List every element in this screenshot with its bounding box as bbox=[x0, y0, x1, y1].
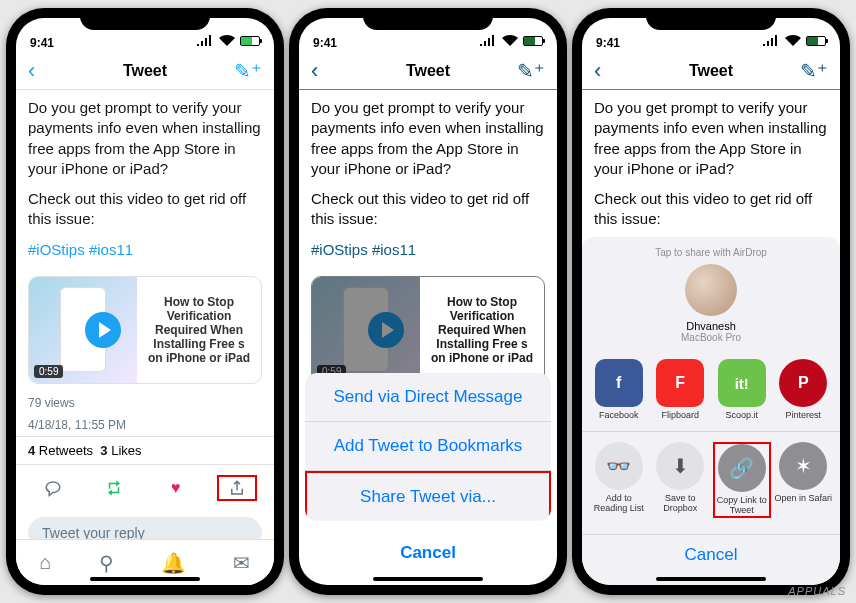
action-sheet: Send via Direct Message Add Tweet to Boo… bbox=[305, 373, 551, 577]
home-indicator[interactable] bbox=[373, 577, 483, 581]
airdrop-name: Dhvanesh bbox=[594, 320, 828, 332]
share-app-scoopit[interactable]: it! Scoop.it bbox=[713, 359, 771, 421]
battery-icon bbox=[240, 36, 260, 46]
timestamp: 4/18/18, 11:55 PM bbox=[16, 414, 274, 436]
wifi-icon bbox=[218, 32, 236, 50]
compose-button[interactable]: ✎⁺ bbox=[234, 59, 262, 83]
views-count: 79 views bbox=[16, 392, 274, 414]
home-indicator[interactable] bbox=[656, 577, 766, 581]
notch bbox=[363, 8, 493, 30]
video-duration: 0:59 bbox=[34, 365, 63, 378]
nav-header: ‹ Tweet ✎⁺ bbox=[16, 52, 274, 90]
airdrop-device: MacBook Pro bbox=[594, 332, 828, 343]
video-title: How to Stop Verification Required When I… bbox=[137, 277, 261, 383]
compose-button[interactable]: ✎⁺ bbox=[517, 59, 545, 83]
video-title: How to Stop Verification Required When I… bbox=[420, 277, 544, 383]
status-icons bbox=[196, 32, 260, 50]
hashtag-link[interactable]: #ios11 bbox=[89, 241, 133, 258]
tweet-actions: ♥ bbox=[16, 465, 274, 511]
tweet-text-1: Do you get prompt to verify your payment… bbox=[311, 98, 545, 179]
like-count: 3 bbox=[100, 443, 107, 458]
play-icon[interactable] bbox=[85, 312, 121, 348]
hashtag-link[interactable]: #ios11 bbox=[372, 241, 416, 258]
status-time: 9:41 bbox=[313, 36, 337, 50]
share-apps-row: f Facebook F Flipboard it! Scoop.it P Pi… bbox=[582, 349, 840, 432]
share-icon[interactable] bbox=[217, 475, 257, 501]
facebook-icon: f bbox=[595, 359, 643, 407]
airdrop-section: Tap to share with AirDrop Dhvanesh MacBo… bbox=[582, 237, 840, 349]
hashtag-link[interactable]: #iOStips bbox=[311, 241, 368, 258]
tweet-body: Do you get prompt to verify your payment… bbox=[299, 90, 557, 268]
tweet-text-1: Do you get prompt to verify your payment… bbox=[28, 98, 262, 179]
copy-link-icon: 🔗 bbox=[718, 444, 766, 492]
retweet-count: 4 bbox=[28, 443, 35, 458]
tweet-stats: 4 Retweets 3 Likes bbox=[16, 436, 274, 465]
notch bbox=[646, 8, 776, 30]
back-button[interactable]: ‹ bbox=[594, 58, 601, 84]
reply-icon[interactable] bbox=[33, 475, 73, 501]
back-button[interactable]: ‹ bbox=[311, 58, 318, 84]
phone-1: 9:41 ‹ Tweet ✎⁺ Do you get prompt to ver… bbox=[6, 8, 284, 595]
status-time: 9:41 bbox=[30, 36, 54, 50]
like-label: Likes bbox=[111, 443, 141, 458]
add-reading-list-button[interactable]: 👓 Add to Reading List bbox=[590, 442, 648, 518]
share-app-pinterest[interactable]: P Pinterest bbox=[774, 359, 832, 421]
pinterest-icon: P bbox=[779, 359, 827, 407]
page-title: Tweet bbox=[406, 62, 450, 80]
hashtag-link[interactable]: #iOStips bbox=[28, 241, 85, 258]
video-thumbnail: 0:59 bbox=[29, 277, 137, 383]
notifications-tab[interactable]: 🔔 bbox=[161, 551, 186, 575]
screen: 9:41 ‹ Tweet ✎⁺ Do you get prompt to ver… bbox=[299, 18, 557, 585]
retweet-label: Retweets bbox=[39, 443, 93, 458]
compose-button[interactable]: ✎⁺ bbox=[800, 59, 828, 83]
battery-icon bbox=[806, 36, 826, 46]
reading-list-icon: 👓 bbox=[595, 442, 643, 490]
status-icons bbox=[762, 32, 826, 50]
signal-icon bbox=[762, 32, 780, 50]
status-icons bbox=[479, 32, 543, 50]
battery-icon bbox=[523, 36, 543, 46]
phone-2: 9:41 ‹ Tweet ✎⁺ Do you get prompt to ver… bbox=[289, 8, 567, 595]
wifi-icon bbox=[501, 32, 519, 50]
screen: 9:41 ‹ Tweet ✎⁺ Do you get prompt to ver… bbox=[582, 18, 840, 585]
phone-3: 9:41 ‹ Tweet ✎⁺ Do you get prompt to ver… bbox=[572, 8, 850, 595]
tweet-body: Do you get prompt to verify your payment… bbox=[16, 90, 274, 268]
cancel-button[interactable]: Cancel bbox=[305, 529, 551, 577]
back-button[interactable]: ‹ bbox=[28, 58, 35, 84]
home-tab[interactable]: ⌂ bbox=[40, 551, 52, 574]
tweet-text-2: Check out this video to get rid off this… bbox=[311, 189, 545, 230]
open-safari-button[interactable]: ✶ Open in Safari bbox=[774, 442, 832, 518]
tweet-text-2: Check out this video to get rid off this… bbox=[594, 189, 828, 230]
send-dm-button[interactable]: Send via Direct Message bbox=[305, 373, 551, 422]
share-app-flipboard[interactable]: F Flipboard bbox=[651, 359, 709, 421]
share-actions-row: 👓 Add to Reading List ⬇ Save to Dropbox … bbox=[582, 432, 840, 528]
play-icon[interactable] bbox=[368, 312, 404, 348]
flipboard-icon: F bbox=[656, 359, 704, 407]
messages-tab[interactable]: ✉ bbox=[233, 551, 250, 575]
safari-icon: ✶ bbox=[779, 442, 827, 490]
page-title: Tweet bbox=[689, 62, 733, 80]
nav-header: ‹ Tweet ✎⁺ bbox=[582, 52, 840, 90]
cancel-button[interactable]: Cancel bbox=[582, 534, 840, 565]
tweet-text-1: Do you get prompt to verify your payment… bbox=[594, 98, 828, 179]
airdrop-avatar[interactable] bbox=[685, 264, 737, 316]
save-dropbox-button[interactable]: ⬇ Save to Dropbox bbox=[651, 442, 709, 518]
search-tab[interactable]: ⚲ bbox=[99, 551, 114, 575]
retweet-icon[interactable] bbox=[94, 475, 134, 501]
screen: 9:41 ‹ Tweet ✎⁺ Do you get prompt to ver… bbox=[16, 18, 274, 585]
nav-header: ‹ Tweet ✎⁺ bbox=[299, 52, 557, 90]
wifi-icon bbox=[784, 32, 802, 50]
share-tweet-via-button[interactable]: Share Tweet via... bbox=[305, 471, 551, 521]
share-sheet: Tap to share with AirDrop Dhvanesh MacBo… bbox=[582, 237, 840, 585]
signal-icon bbox=[196, 32, 214, 50]
notch bbox=[80, 8, 210, 30]
like-icon[interactable]: ♥ bbox=[156, 475, 196, 501]
video-card[interactable]: 0:59 How to Stop Verification Required W… bbox=[28, 276, 262, 384]
copy-link-button[interactable]: 🔗 Copy Link to Tweet bbox=[713, 442, 771, 518]
video-card[interactable]: 0:59 How to Stop Verification Required W… bbox=[311, 276, 545, 384]
add-bookmark-button[interactable]: Add Tweet to Bookmarks bbox=[305, 422, 551, 471]
home-indicator[interactable] bbox=[90, 577, 200, 581]
share-app-facebook[interactable]: f Facebook bbox=[590, 359, 648, 421]
status-time: 9:41 bbox=[596, 36, 620, 50]
scoopit-icon: it! bbox=[718, 359, 766, 407]
